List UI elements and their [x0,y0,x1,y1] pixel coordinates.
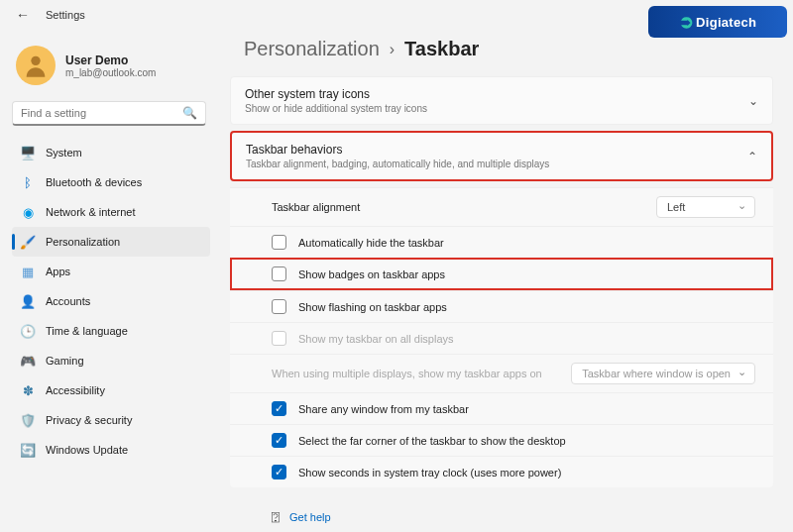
window-title: Settings [46,9,85,21]
all-displays-row: Show my taskbar on all displays [230,322,773,354]
search-input[interactable]: 🔍 [12,101,206,126]
gamepad-icon: 🎮 [20,353,36,369]
all-displays-checkbox [272,331,286,346]
sidebar-item-personalization[interactable]: 🖌️Personalization [12,227,210,257]
sidebar-item-privacy[interactable]: 🛡️Privacy & security [12,405,210,435]
sidebar-item-network[interactable]: ◉Network & internet [12,197,210,227]
chevron-down-icon: ⌄ [748,94,758,108]
taskbar-alignment-row: Taskbar alignment Left [230,187,773,226]
multi-display-select: Taskbar where window is open [571,363,755,384]
brush-icon: 🖌️ [20,234,36,250]
user-name: User Demo [65,53,156,67]
wifi-icon: ◉ [20,204,36,220]
monitor-icon: 🖥️ [20,145,36,160]
system-tray-card[interactable]: Other system tray icons Show or hide add… [230,76,773,125]
person-icon: 👤 [20,293,36,309]
accessibility-icon: ✽ [20,382,36,398]
share-window-checkbox[interactable] [272,401,286,416]
share-window-row[interactable]: Share any window from my taskbar [230,392,773,424]
flashing-row[interactable]: Show flashing on taskbar apps [230,290,773,322]
alignment-select[interactable]: Left [656,196,755,218]
back-button[interactable]: ← [10,5,36,25]
help-icon: ⍰ [272,509,280,524]
seconds-clock-checkbox[interactable] [272,465,286,479]
flashing-checkbox[interactable] [272,299,286,314]
clock-icon: 🕒 [20,323,36,339]
chevron-up-icon: ⌃ [747,150,757,163]
sidebar-item-bluetooth[interactable]: ᛒBluetooth & devices [12,167,210,197]
shield-icon: 🛡️ [20,412,36,428]
sidebar-item-gaming[interactable]: 🎮Gaming [12,346,210,375]
user-account[interactable]: User Demo m_lab@outlook.com [12,38,210,99]
user-email: m_lab@outlook.com [65,67,156,78]
breadcrumb-parent[interactable]: Personalization [244,38,380,60]
get-help-link[interactable]: ⍰ Get help [230,495,773,524]
bluetooth-icon: ᛒ [20,174,36,190]
chevron-right-icon: › [390,41,395,58]
avatar [16,46,56,85]
brand-logo: ➲Digiatech [648,6,787,38]
badges-row[interactable]: Show badges on taskbar apps [230,258,773,290]
search-icon: 🔍 [182,106,197,120]
breadcrumb: Personalization › Taskbar [230,34,773,76]
apps-icon: ▦ [20,264,36,279]
sidebar-item-time[interactable]: 🕒Time & language [12,316,210,346]
sidebar-item-system[interactable]: 🖥️System [12,138,210,167]
badges-checkbox[interactable] [272,266,286,281]
taskbar-behaviors-card[interactable]: Taskbar behaviors Taskbar alignment, bad… [230,131,773,181]
seconds-clock-row[interactable]: Show seconds in system tray clock (uses … [230,456,773,487]
autohide-row[interactable]: Automatically hide the taskbar [230,226,773,258]
autohide-checkbox[interactable] [272,235,286,250]
sidebar-item-accounts[interactable]: 👤Accounts [12,286,210,316]
sidebar-item-accessibility[interactable]: ✽Accessibility [12,375,210,405]
corner-desktop-checkbox[interactable] [272,433,286,448]
sidebar-item-apps[interactable]: ▦Apps [12,257,210,286]
sidebar-item-update[interactable]: 🔄Windows Update [12,435,210,465]
svg-point-0 [31,56,40,65]
multi-display-row: When using multiple displays, show my ta… [230,354,773,392]
update-icon: 🔄 [20,442,36,458]
corner-desktop-row[interactable]: Select the far corner of the taskbar to … [230,424,773,456]
page-title: Taskbar [404,38,479,60]
